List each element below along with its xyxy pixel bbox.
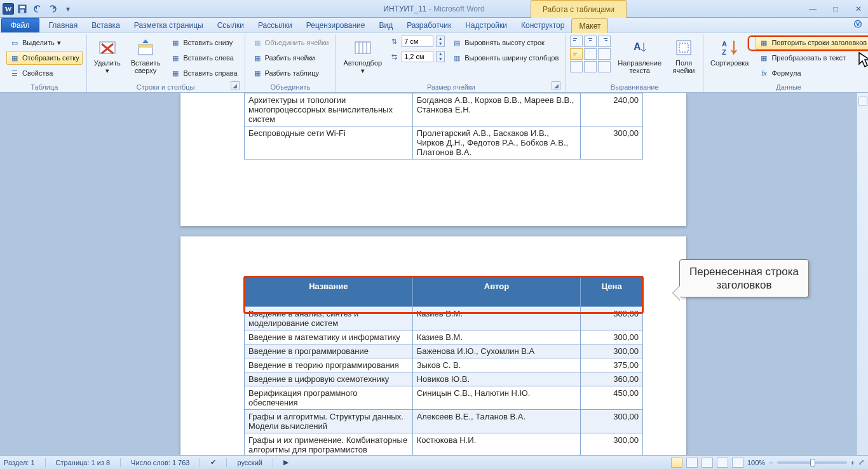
svg-rect-19 <box>573 55 576 55</box>
svg-rect-18 <box>573 53 577 53</box>
status-page[interactable]: Страница: 1 из 8 <box>56 459 111 466</box>
spinner[interactable]: ▲▼ <box>436 51 445 62</box>
spinner[interactable]: ▲▼ <box>436 36 445 47</box>
redo-icon[interactable] <box>46 2 60 16</box>
convert-to-text-button[interactable]: ▦Преобразовать в текст <box>756 51 868 65</box>
table-row[interactable]: Введение в математику и информатикуКазие… <box>245 330 643 344</box>
insert-right-button[interactable]: ▦Вставить справа <box>167 66 240 80</box>
table-row[interactable]: Графы и их применение. Комбинаторные алг… <box>245 433 643 456</box>
repeat-header-rows-button[interactable]: ▦Повторить строки заголовков <box>756 36 868 50</box>
tab-insert[interactable]: Вставка <box>85 18 127 32</box>
status-section[interactable]: Раздел: 1 <box>4 459 35 466</box>
row-height-field[interactable] <box>402 36 433 47</box>
tab-addins[interactable]: Надстройки <box>458 18 514 32</box>
dialog-launcher-icon[interactable]: ◢ <box>552 81 560 90</box>
insert-left-button[interactable]: ▦Вставить слева <box>167 51 240 65</box>
table-row[interactable]: Введение в цифровую схемотехникуНовиков … <box>245 372 643 386</box>
tab-home[interactable]: Главная <box>42 18 85 32</box>
table-row[interactable]: Верификация программного обеспеченияСини… <box>245 386 643 410</box>
table-row[interactable]: Введение в программированиеБаженова И.Ю.… <box>245 344 643 358</box>
view-full-screen[interactable] <box>686 458 698 468</box>
tab-file[interactable]: Файл <box>1 18 39 32</box>
text-direction-icon: A <box>630 37 650 58</box>
align-bot-left[interactable] <box>570 61 583 72</box>
align-mid-center[interactable] <box>584 48 597 60</box>
ribbon-help-icon[interactable]: ⓥ <box>854 19 862 30</box>
tab-view[interactable]: Вид <box>372 18 400 32</box>
align-mid-right[interactable] <box>598 48 611 60</box>
distribute-cols-button[interactable]: ▥Выровнять ширину столбцов <box>449 51 562 65</box>
split-cells-button[interactable]: ▦Разбить ячейки <box>249 51 332 65</box>
contextual-tab-title: Работа с таблицами <box>531 0 627 18</box>
status-spell-icon[interactable]: ✔ <box>210 458 216 466</box>
row-height-icon: ⇅ <box>389 36 399 46</box>
view-gridlines-button[interactable]: ▦Отобразить сетку <box>6 51 83 65</box>
table-row[interactable]: Беспроводные сети Wi-Fi Пролетарский А.В… <box>245 126 643 160</box>
delete-button[interactable]: Удалить▾ <box>91 36 124 76</box>
view-draft[interactable] <box>732 458 743 468</box>
grid-icon: ▦ <box>10 53 20 63</box>
insert-above-button[interactable]: Вставить сверху <box>128 36 164 76</box>
undo-icon[interactable] <box>31 2 44 16</box>
merge-cells-button: ▦Объединить ячейки <box>249 36 332 50</box>
data-table[interactable]: Архитектуры и топологии многопроцессорны… <box>244 93 643 160</box>
data-table[interactable]: Название Автор Цена Введение в анализ, с… <box>244 276 643 455</box>
tab-design[interactable]: Конструктор <box>514 18 571 32</box>
split-table-button[interactable]: ▦Разбить таблицу <box>249 66 332 80</box>
zoom-level[interactable]: 100% <box>747 459 765 466</box>
document-area[interactable]: Архитектуры и топологии многопроцессорны… <box>0 93 857 455</box>
col-width-field[interactable] <box>402 51 433 62</box>
word-app-icon[interactable]: W <box>3 3 14 15</box>
zoom-out-button[interactable]: − <box>769 459 773 466</box>
zoom-slider[interactable] <box>777 461 847 464</box>
distribute-rows-button[interactable]: ▤Выровнять высоту строк <box>449 36 562 50</box>
view-print-layout[interactable] <box>671 458 682 468</box>
formula-button[interactable]: fxФормула <box>756 66 868 80</box>
properties-button[interactable]: ☰Свойства <box>6 66 83 80</box>
align-bot-center[interactable] <box>584 61 597 72</box>
qat-customize-icon[interactable]: ▾ <box>61 2 75 16</box>
insert-right-icon: ▦ <box>170 68 180 78</box>
tab-review[interactable]: Рецензирование <box>299 18 372 32</box>
insert-below-button[interactable]: ▦Вставить снизу <box>167 36 240 50</box>
table-header-row[interactable]: Название Автор Цена <box>245 276 643 307</box>
view-outline[interactable] <box>717 458 728 468</box>
view-web-layout[interactable] <box>702 458 713 468</box>
close-icon[interactable]: ✕ <box>853 4 864 13</box>
sort-button[interactable]: AZ Сортировка <box>707 36 752 69</box>
minimize-icon[interactable]: — <box>807 4 818 13</box>
svg-rect-13 <box>573 40 576 41</box>
table-row[interactable]: Введение в анализ, синтез и моделировани… <box>245 307 643 330</box>
align-top-center[interactable] <box>584 36 597 47</box>
group-table: ▭Выделить ▾ ▦Отобразить сетку ☰Свойства … <box>3 34 87 92</box>
autofit-button[interactable]: Автоподбор▾ <box>340 36 385 76</box>
table-row[interactable]: Графы и алгоритмы. Структуры данных. Мод… <box>245 410 643 433</box>
ruler-toggle-icon[interactable] <box>858 97 867 105</box>
table-row[interactable]: Архитектуры и топологии многопроцессорны… <box>245 93 643 126</box>
alignment-grid[interactable] <box>570 36 611 72</box>
cell-margins-button[interactable]: Поля ячейки <box>668 36 699 76</box>
table-row[interactable]: Введение в теорию программированияЗыков … <box>245 358 643 372</box>
align-top-left[interactable] <box>570 36 583 47</box>
maximize-icon[interactable]: □ <box>830 4 841 13</box>
zoom-fit-icon[interactable]: ⤢ <box>858 458 864 466</box>
align-top-right[interactable] <box>598 36 611 47</box>
align-bot-right[interactable] <box>598 61 611 72</box>
dialog-launcher-icon[interactable]: ◢ <box>231 81 240 90</box>
status-macro-icon[interactable]: ▶ <box>283 458 288 466</box>
row-height-input[interactable]: ⇅ ▲▼ <box>389 36 445 47</box>
status-language[interactable]: русский <box>237 459 262 466</box>
cursor-icon <box>857 51 868 69</box>
tab-developer[interactable]: Разработчик <box>400 18 458 32</box>
select-button[interactable]: ▭Выделить ▾ <box>6 36 83 50</box>
tab-pagelayout[interactable]: Разметка страницы <box>127 18 210 32</box>
zoom-in-button[interactable]: + <box>851 459 855 466</box>
tab-layout[interactable]: Макет <box>571 18 608 33</box>
align-mid-left[interactable] <box>570 48 583 60</box>
col-width-input[interactable]: ⇆ ▲▼ <box>389 51 445 62</box>
save-icon[interactable] <box>15 2 29 16</box>
tab-references[interactable]: Ссылки <box>210 18 251 32</box>
text-direction-button[interactable]: A Направление текста <box>614 36 665 76</box>
status-word-count[interactable]: Число слов: 1 763 <box>131 459 189 466</box>
tab-mailings[interactable]: Рассылки <box>251 18 299 32</box>
